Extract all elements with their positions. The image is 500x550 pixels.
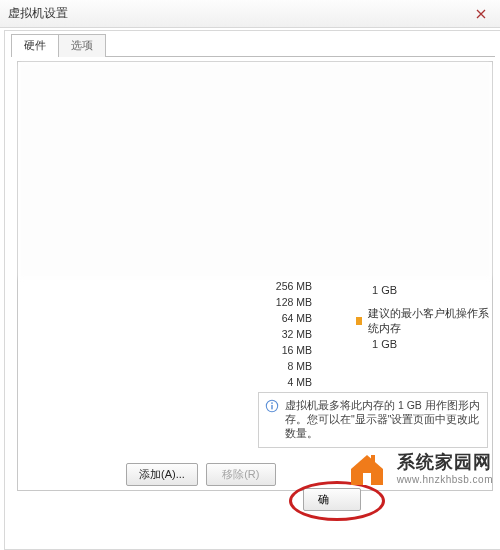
window-controls <box>468 5 494 23</box>
tab-strip: 硬件 选项 <box>11 33 500 56</box>
ok-button[interactable]: 确 <box>303 488 361 511</box>
watermark-url: www.hnzkhbsb.com <box>397 474 493 485</box>
svg-rect-3 <box>371 455 375 463</box>
blurred-region <box>19 63 491 278</box>
mem-tick: 4 MB <box>260 374 312 390</box>
tab-hardware[interactable]: 硬件 <box>11 34 59 57</box>
mem-tick: 64 MB <box>260 310 312 326</box>
title-bar: 虚拟机设置 <box>0 0 500 28</box>
add-button[interactable]: 添加(A)... <box>126 463 198 486</box>
device-buttons: 添加(A)... 移除(R) <box>126 463 276 486</box>
graphics-note-text: 虚拟机最多将此内存的 1 GB 用作图形内存。您可以在"显示器"设置页面中更改此… <box>285 399 481 441</box>
svg-rect-1 <box>271 405 272 409</box>
hardware-panel: 256 MB 128 MB 64 MB 32 MB 16 MB 8 MB 4 M… <box>17 61 493 491</box>
memory-rec-label: 建议的最小客户机操作系统内存 <box>368 306 492 336</box>
graphics-memory-note: 虚拟机最多将此内存的 1 GB 用作图形内存。您可以在"显示器"设置页面中更改此… <box>258 392 488 448</box>
watermark: 系统家园网 www.hnzkhbsb.com <box>345 445 493 489</box>
svg-point-2 <box>271 402 273 404</box>
tab-options[interactable]: 选项 <box>58 34 106 57</box>
watermark-title: 系统家园网 <box>397 450 493 474</box>
mem-tick: 256 MB <box>260 278 312 294</box>
mem-tick: 8 MB <box>260 358 312 374</box>
mem-tick: 32 MB <box>260 326 312 342</box>
memory-recommendation: 1 GB 建议的最小客户机操作系统内存 1 GB <box>356 282 492 350</box>
svg-rect-4 <box>363 473 371 485</box>
dialog-body: 硬件 选项 256 MB 128 MB 64 MB 32 MB 16 MB 8 … <box>4 30 500 550</box>
mem-tick: 16 MB <box>260 342 312 358</box>
info-icon <box>265 399 279 413</box>
mem-tick: 128 MB <box>260 294 312 310</box>
memory-scale: 256 MB 128 MB 64 MB 32 MB 16 MB 8 MB 4 M… <box>260 278 312 390</box>
window-title: 虚拟机设置 <box>8 5 68 22</box>
house-icon <box>345 445 389 489</box>
legend-square-icon <box>356 317 362 325</box>
remove-button: 移除(R) <box>206 463 276 486</box>
close-icon[interactable] <box>468 5 494 23</box>
memory-current: 1 GB <box>372 284 492 296</box>
memory-rec-value: 1 GB <box>372 338 492 350</box>
